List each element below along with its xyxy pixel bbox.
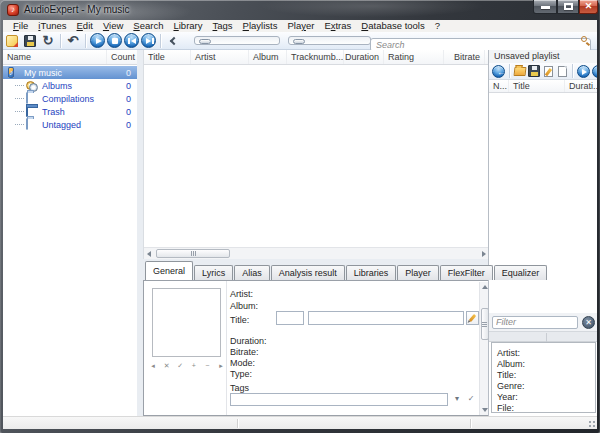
tab-lyrics[interactable]: Lyrics bbox=[194, 265, 233, 280]
art-apply-button[interactable]: ✓ bbox=[175, 361, 185, 370]
new-button[interactable] bbox=[3, 33, 21, 49]
title-label: Title: bbox=[230, 315, 249, 325]
column-tracknumber[interactable]: Tracknumb... bbox=[287, 50, 344, 64]
tree-item-trash[interactable]: Trash 0 bbox=[3, 105, 137, 118]
duration-label: Duration: bbox=[230, 336, 267, 346]
tree-item-my-music[interactable]: ♪ My music 0 bbox=[3, 66, 137, 79]
menu-database-tools[interactable]: Database tools bbox=[356, 20, 429, 32]
column-count[interactable]: Count bbox=[107, 50, 137, 64]
playlist-next-button[interactable] bbox=[592, 65, 597, 78]
art-add-button[interactable]: + bbox=[189, 361, 199, 370]
volume-slider[interactable] bbox=[288, 36, 371, 45]
info-genre-label: Genre: bbox=[497, 381, 595, 392]
menu-player[interactable]: Player bbox=[282, 20, 319, 32]
save-playlist-button[interactable] bbox=[527, 63, 541, 79]
stop-button[interactable] bbox=[107, 33, 122, 48]
info-artist-label: Artist: bbox=[497, 348, 595, 359]
playlist-info-splitter[interactable] bbox=[489, 331, 597, 342]
open-playlist-button[interactable] bbox=[513, 63, 527, 79]
column-bitrate[interactable]: Bitrate bbox=[444, 50, 485, 64]
tab-equalizer[interactable]: Equalizer bbox=[494, 265, 548, 280]
edit-playlist-button[interactable] bbox=[541, 63, 555, 79]
playlist-back-button[interactable]: ← bbox=[492, 65, 505, 78]
tree-item-untagged[interactable]: Untagged 0 bbox=[3, 118, 137, 131]
menu-bar: File iTunes Edit View Search Library Tag… bbox=[3, 20, 597, 32]
close-button[interactable]: ✕ bbox=[579, 0, 598, 14]
menu-playlists[interactable]: Playlists bbox=[238, 20, 283, 32]
column-duration[interactable]: Duration bbox=[344, 50, 384, 64]
save-icon bbox=[24, 35, 36, 47]
tree-item-albums[interactable]: Albums 0 bbox=[3, 79, 137, 92]
detail-section: General Lyrics Alias Analysis result Lib… bbox=[143, 259, 489, 416]
column-album[interactable]: Album bbox=[249, 50, 287, 64]
seek-slider-thumb[interactable] bbox=[199, 39, 211, 44]
menu-file[interactable]: File bbox=[8, 20, 33, 32]
tags-input[interactable] bbox=[230, 393, 448, 406]
clear-filter-icon[interactable]: ✕ bbox=[582, 316, 595, 329]
status-separator bbox=[470, 419, 471, 428]
collapse-button[interactable] bbox=[164, 33, 182, 49]
track-number-input[interactable] bbox=[276, 311, 304, 325]
title-bar[interactable]: ♪ AudioExpert - My music ✕ bbox=[0, 0, 600, 20]
tab-flexfilter[interactable]: FlexFilter bbox=[440, 265, 493, 280]
tab-general[interactable]: General bbox=[145, 261, 193, 280]
menu-extras[interactable]: Extras bbox=[319, 20, 356, 32]
edit-title-button[interactable] bbox=[466, 311, 479, 325]
minimize-icon bbox=[541, 6, 550, 9]
title-input[interactable] bbox=[308, 311, 464, 325]
minimize-button[interactable] bbox=[533, 0, 557, 14]
tab-player[interactable]: Player bbox=[397, 265, 439, 280]
undo-button[interactable]: ↶ bbox=[64, 33, 82, 49]
tree-item-count: 0 bbox=[126, 81, 131, 91]
column-name[interactable]: Name bbox=[3, 50, 107, 64]
tags-apply-button[interactable]: ✓ bbox=[465, 393, 477, 405]
menu-library[interactable]: Library bbox=[168, 20, 207, 32]
album-art-nav: ◂ ✕ ✓ + − ▸ bbox=[148, 361, 226, 370]
tags-dropdown-button[interactable]: ▾ bbox=[451, 393, 463, 405]
tree-item-count: 0 bbox=[126, 120, 131, 130]
volume-slider-thumb[interactable] bbox=[293, 39, 305, 44]
search-icon[interactable] bbox=[581, 36, 587, 42]
playlist-title: Unsaved playlist bbox=[489, 50, 597, 63]
menu-search[interactable]: Search bbox=[128, 20, 168, 32]
menu-edit[interactable]: Edit bbox=[72, 20, 98, 32]
art-delete-button[interactable]: ✕ bbox=[162, 361, 172, 370]
library-tree: ♪ My music 0 Albums 0 Compilations 0 Tra… bbox=[3, 66, 137, 131]
menu-itunes[interactable]: iTunes bbox=[33, 20, 71, 32]
previous-icon bbox=[128, 38, 130, 44]
art-next-button[interactable]: ▸ bbox=[216, 361, 226, 370]
menu-view[interactable]: View bbox=[98, 20, 128, 32]
column-title[interactable]: Title bbox=[509, 80, 565, 92]
previous-track-button[interactable] bbox=[124, 33, 139, 48]
tab-libraries[interactable]: Libraries bbox=[346, 265, 397, 280]
menu-help[interactable]: ? bbox=[430, 20, 445, 32]
resize-grip[interactable] bbox=[587, 419, 595, 427]
art-remove-button[interactable]: − bbox=[202, 361, 212, 370]
maximize-button[interactable] bbox=[557, 0, 579, 14]
column-duration[interactable]: Durati... bbox=[565, 80, 597, 92]
scroll-left-arrow[interactable] bbox=[144, 249, 154, 259]
column-rating[interactable]: Rating bbox=[384, 50, 444, 64]
column-artist[interactable]: Artist bbox=[191, 50, 249, 64]
menu-tags[interactable]: Tags bbox=[208, 20, 238, 32]
app-window: ♪ AudioExpert - My music ✕ File iTunes E… bbox=[0, 0, 600, 433]
column-title[interactable]: Title bbox=[144, 50, 191, 64]
tab-alias[interactable]: Alias bbox=[234, 265, 270, 280]
tab-analysis-result[interactable]: Analysis result bbox=[271, 265, 345, 280]
art-prev-button[interactable]: ◂ bbox=[148, 361, 158, 370]
column-number[interactable]: N... bbox=[489, 80, 509, 92]
filter-input[interactable] bbox=[492, 316, 578, 329]
info-file-label: File: bbox=[497, 403, 595, 414]
refresh-button[interactable]: ↻ bbox=[39, 33, 57, 49]
next-track-button[interactable] bbox=[141, 33, 156, 48]
save-button[interactable] bbox=[21, 33, 39, 49]
back-arrow-icon: ← bbox=[495, 67, 508, 78]
play-button[interactable] bbox=[90, 33, 105, 48]
new-playlist-button[interactable] bbox=[555, 63, 569, 79]
seek-slider[interactable] bbox=[194, 36, 280, 45]
scrollbar-thumb[interactable] bbox=[156, 249, 230, 258]
tree-item-compilations[interactable]: Compilations 0 bbox=[3, 92, 137, 105]
horizontal-scrollbar[interactable] bbox=[144, 247, 489, 259]
playlist-play-button[interactable] bbox=[577, 65, 590, 78]
app-icon[interactable]: ♪ bbox=[7, 4, 19, 16]
